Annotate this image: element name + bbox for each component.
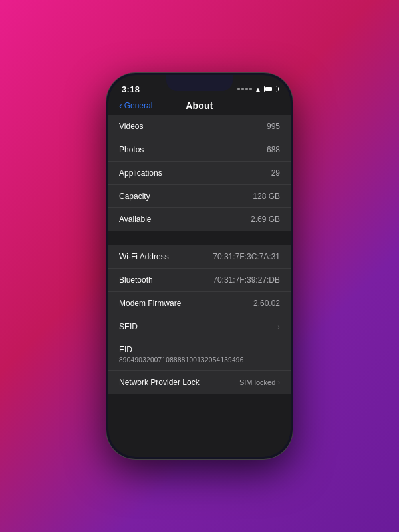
table-row-seid[interactable]: SEID › bbox=[108, 315, 291, 338]
table-row: Videos 995 bbox=[108, 115, 291, 138]
signal-dot-2 bbox=[241, 88, 244, 90]
back-button[interactable]: ‹ General bbox=[119, 100, 152, 111]
group-spacer bbox=[108, 232, 291, 245]
signal-icon bbox=[237, 88, 252, 90]
row-label-bluetooth: Bluetooth bbox=[119, 275, 153, 285]
row-label-network-lock: Network Provider Lock bbox=[119, 378, 200, 387]
row-label-applications: Applications bbox=[119, 168, 162, 178]
row-label-videos: Videos bbox=[119, 122, 143, 131]
settings-group-media: Videos 995 Photos 688 Applications 29 Ca… bbox=[108, 115, 291, 231]
page-title: About bbox=[186, 100, 213, 111]
table-row-eid: EID 890490320071088881001320541394​96 bbox=[108, 338, 291, 371]
nav-bar: ‹ General About bbox=[108, 99, 291, 115]
row-value-network-lock: SIM locked › bbox=[239, 378, 280, 386]
table-row: Bluetooth 70:31:7F:39:27:DB bbox=[108, 269, 291, 292]
row-value-seid: › bbox=[277, 323, 280, 331]
row-label-capacity: Capacity bbox=[119, 192, 150, 201]
table-row: Applications 29 bbox=[108, 162, 291, 185]
phone-screen: 3:18 ▲ ‹ General bbox=[108, 75, 291, 457]
chevron-icon: › bbox=[277, 323, 280, 331]
status-icons: ▲ bbox=[237, 86, 277, 93]
row-value-wifi: 70:31:7F:3C:7A:31 bbox=[213, 252, 280, 261]
table-row: Capacity 128 GB bbox=[108, 185, 291, 208]
signal-dot-4 bbox=[249, 88, 252, 90]
screen-body: ‹ General About Videos 995 Photos 688 bbox=[108, 99, 291, 457]
table-row: Available 2.69 GB bbox=[108, 208, 291, 231]
scroll-area[interactable]: Videos 995 Photos 688 Applications 29 Ca… bbox=[108, 115, 291, 457]
row-value-modem: 2.60.02 bbox=[253, 299, 280, 308]
chevron-icon-lock: › bbox=[277, 378, 280, 386]
row-label-eid: EID bbox=[119, 345, 280, 354]
signal-dot-1 bbox=[237, 88, 240, 90]
row-value-bluetooth: 70:31:7F:39:27:DB bbox=[213, 275, 280, 285]
row-label-seid: SEID bbox=[119, 322, 138, 331]
row-value-capacity: 128 GB bbox=[253, 192, 280, 201]
row-label-available: Available bbox=[119, 215, 151, 224]
row-value-eid: 890490320071088881001320541394​96 bbox=[119, 356, 280, 364]
row-label-photos: Photos bbox=[119, 145, 144, 154]
wifi-icon: ▲ bbox=[255, 86, 261, 93]
table-row: Wi-Fi Address 70:31:7F:3C:7A:31 bbox=[108, 245, 291, 269]
row-value-available: 2.69 GB bbox=[251, 215, 280, 224]
phone-device: 3:18 ▲ ‹ General bbox=[106, 73, 293, 459]
row-label-modem: Modem Firmware bbox=[119, 299, 181, 308]
row-value-applications: 29 bbox=[271, 168, 280, 178]
back-chevron-icon: ‹ bbox=[119, 100, 122, 111]
table-row: Modem Firmware 2.60.02 bbox=[108, 292, 291, 315]
signal-dot-3 bbox=[245, 88, 248, 90]
row-label-wifi: Wi-Fi Address bbox=[119, 252, 169, 261]
status-time: 3:18 bbox=[122, 84, 140, 94]
settings-group-network: Wi-Fi Address 70:31:7F:3C:7A:31 Bluetoot… bbox=[108, 245, 291, 394]
row-value-videos: 995 bbox=[267, 122, 280, 131]
notch bbox=[166, 75, 233, 91]
back-label: General bbox=[124, 101, 153, 110]
table-row-network-lock[interactable]: Network Provider Lock SIM locked › bbox=[108, 371, 291, 394]
row-value-photos: 688 bbox=[267, 145, 280, 154]
table-row: Photos 688 bbox=[108, 138, 291, 162]
battery-fill bbox=[265, 87, 272, 91]
battery-icon bbox=[264, 86, 277, 92]
